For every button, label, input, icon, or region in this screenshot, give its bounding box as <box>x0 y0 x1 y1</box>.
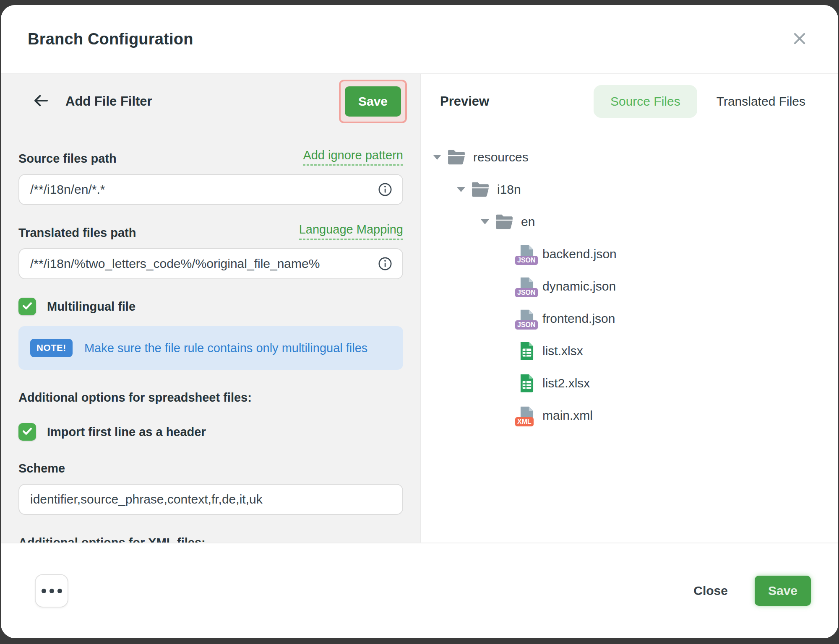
multilingual-file-label: Multilingual file <box>47 300 135 314</box>
file-tree: resourcesi18nenJSONbackend.jsonJSONdynam… <box>421 141 838 431</box>
add-ignore-pattern-link[interactable]: Add ignore pattern <box>303 148 403 166</box>
tree-item-label: frontend.json <box>542 312 615 326</box>
tree-folder-resources[interactable]: resources <box>421 141 838 173</box>
preview-title: Preview <box>440 94 489 109</box>
tab-source-files[interactable]: Source Files <box>594 85 697 118</box>
xml-options-heading: Additional options for XML files: <box>18 536 403 543</box>
preview-tabs: Source Files Translated Files <box>594 85 805 118</box>
branch-configuration-modal: Branch Configuration Add File Filter Sav… <box>1 5 838 638</box>
tree-item-label: en <box>521 215 535 229</box>
multilingual-file-checkbox[interactable] <box>18 298 36 315</box>
tree-folder-en[interactable]: en <box>421 205 838 238</box>
json-file-icon: JSON <box>519 309 535 328</box>
file-tree-panel: resourcesi18nenJSONbackend.jsonJSONdynam… <box>421 129 838 543</box>
scheme-input[interactable]: identifier,source_phrase,context,fr,de,i… <box>18 484 403 515</box>
modal-title: Branch Configuration <box>28 30 193 48</box>
ellipsis-icon <box>42 589 62 593</box>
translated-path-label: Translated files path <box>18 226 136 240</box>
modal-content: Source files path Add ignore pattern /**… <box>1 129 838 543</box>
modal-header: Branch Configuration <box>1 5 838 74</box>
file-type-badge: JSON <box>515 288 538 297</box>
tree-folder-i18n[interactable]: i18n <box>421 173 838 205</box>
more-options-button[interactable] <box>35 574 68 608</box>
tree-file-dynamic.json[interactable]: JSONdynamic.json <box>421 270 838 302</box>
modal-footer: Close Save <box>1 543 838 638</box>
preview-toolbar: Preview Source Files Translated Files <box>421 74 838 129</box>
json-file-icon: JSON <box>519 277 535 296</box>
info-icon[interactable] <box>378 257 392 271</box>
multilingual-file-row: Multilingual file <box>18 298 403 315</box>
tree-file-backend.json[interactable]: JSONbackend.json <box>421 238 838 270</box>
file-type-badge: XML <box>515 417 534 426</box>
file-filter-toolbar: Add File Filter Save <box>1 74 421 129</box>
arrow-left-icon <box>32 92 50 111</box>
import-first-line-label: Import first line as a header <box>47 425 206 439</box>
file-type-badge: JSON <box>515 256 538 265</box>
xml-file-icon: XML <box>519 406 535 425</box>
import-first-line-row: Import first line as a header <box>18 423 403 441</box>
chevron-down-icon[interactable] <box>433 155 441 160</box>
tree-file-list.xlsx[interactable]: list.xlsx <box>421 335 838 367</box>
tree-item-label: backend.json <box>542 247 617 261</box>
scheme-label: Scheme <box>18 462 403 475</box>
note-text: Make sure the file rule contains only mu… <box>84 341 367 355</box>
tree-file-main.xml[interactable]: XMLmain.xml <box>421 399 838 431</box>
tree-item-label: dynamic.json <box>542 279 616 293</box>
chevron-down-icon[interactable] <box>481 219 489 224</box>
close-button[interactable] <box>791 31 808 48</box>
chevron-down-icon[interactable] <box>457 187 465 192</box>
translated-path-input[interactable]: /**/i18n/%two_letters_code%/%original_fi… <box>18 248 403 279</box>
json-file-icon: JSON <box>519 244 535 264</box>
note-badge: NOTE! <box>30 339 73 357</box>
footer-save-button[interactable]: Save <box>755 576 811 606</box>
close-icon <box>792 31 808 48</box>
tree-item-label: main.xml <box>542 408 593 423</box>
checkmark-icon <box>21 425 34 439</box>
panel-title: Add File Filter <box>65 94 152 109</box>
tree-item-label: resources <box>473 150 529 164</box>
toolbar: Add File Filter Save Preview Source File… <box>1 74 838 129</box>
tree-file-frontend.json[interactable]: JSONfrontend.json <box>421 302 838 335</box>
folder-icon <box>495 214 513 230</box>
language-mapping-link[interactable]: Language Mapping <box>299 223 403 240</box>
tree-item-label: i18n <box>497 182 521 197</box>
folder-icon <box>471 182 490 197</box>
import-first-line-checkbox[interactable] <box>18 423 36 441</box>
save-button-highlight: Save <box>339 80 407 123</box>
save-button[interactable]: Save <box>345 86 401 117</box>
xlsx-file-icon <box>519 341 535 361</box>
spreadsheet-options-heading: Additional options for spreadsheet files… <box>18 391 403 405</box>
note-box: NOTE! Make sure the file rule contains o… <box>18 326 403 370</box>
folder-icon <box>447 149 466 165</box>
info-icon[interactable] <box>378 182 392 197</box>
tab-translated-files[interactable]: Translated Files <box>717 94 805 109</box>
xlsx-file-icon <box>519 374 535 393</box>
file-filter-form: Source files path Add ignore pattern /**… <box>1 129 421 543</box>
checkmark-icon <box>21 299 34 314</box>
tree-item-label: list.xlsx <box>542 344 583 358</box>
tree-item-label: list2.xlsx <box>542 376 590 390</box>
source-path-label: Source files path <box>18 152 117 166</box>
close-modal-button[interactable]: Close <box>688 579 734 602</box>
file-type-badge: JSON <box>515 320 538 330</box>
source-path-input[interactable]: /**/i18n/en/*.* <box>18 174 403 205</box>
tree-file-list2.xlsx[interactable]: list2.xlsx <box>421 367 838 399</box>
back-button[interactable] <box>32 92 50 111</box>
